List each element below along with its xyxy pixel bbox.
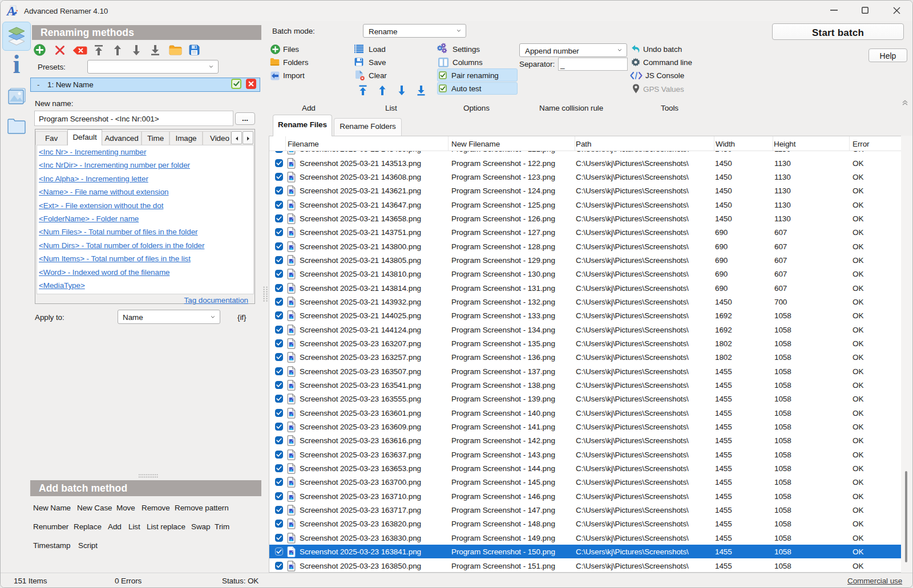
svg-text:A: A (6, 4, 15, 18)
